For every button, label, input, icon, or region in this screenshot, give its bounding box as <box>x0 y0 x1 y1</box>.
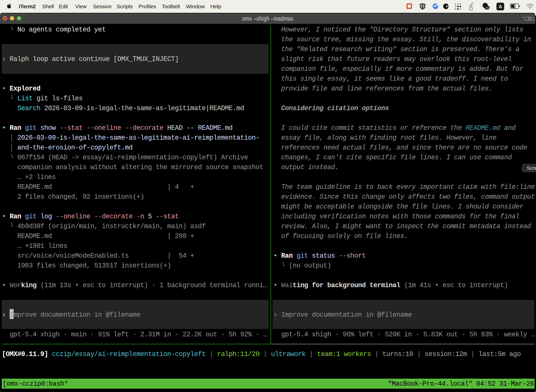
svg-text:..61: ..61 <box>485 6 489 9</box>
svg-text:1: 1 <box>532 16 535 21</box>
svg-text:A: A <box>498 4 502 9</box>
